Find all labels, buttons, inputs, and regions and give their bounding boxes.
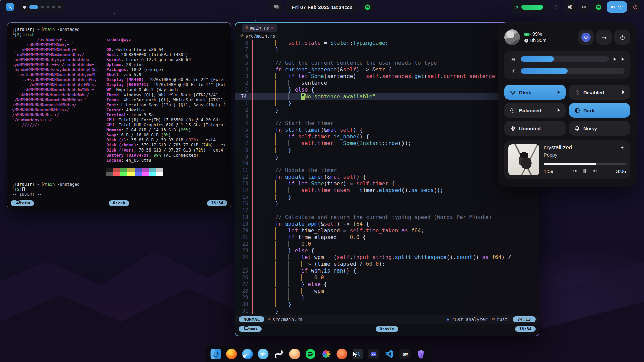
spotify-button[interactable] [592,1,604,13]
eject-tray-button[interactable] [549,1,561,13]
code-area[interactable]: 8 ▏ self.state = State::TypingGame;7 }65… [235,40,539,314]
fetch-info-row: Cursor: Adwaita [106,108,226,113]
palette-swatch [142,168,149,172]
terminal-cursor [22,187,25,191]
code-line: 31 } [235,308,539,314]
toggle-disabled[interactable]: Disabled [569,85,630,100]
fetch-info-row: GPU: Intel UHD Graphics 620 @ 1.15 GHz [… [106,123,226,128]
workspace-dot[interactable] [52,6,55,8]
clock-date[interactable]: Fri 07 Feb 2025 18:34:22 [286,1,358,13]
fetch-info-row: Disk (/): 35.85 GiB / 38.83 GiB (92%) - … [106,138,226,143]
buffer-tabline: ® main.rs × [235,23,539,32]
battery-indicator[interactable] [511,1,547,13]
code-line: 18 // Calculate and return the current t… [235,214,539,221]
code-line: 7 } [235,46,539,53]
buffer-tab[interactable]: ® main.rs × [242,24,277,32]
orange-browser-icon[interactable] [336,348,348,360]
spotify-icon[interactable] [305,348,316,360]
chevron-right-icon[interactable] [621,57,625,61]
code-line: 5 fn start_timer(&mut self) { [235,127,539,133]
terminal-window[interactable]: ┌[srdusr] ~ main -unstaged └[$]fetch -/o… [7,22,231,209]
gentoo-ascii-logo: -/oyddmdhs+:. -odNMMMMMMMMNNmhy+-` -yNMM… [12,37,99,176]
close-icon[interactable]: × [271,25,274,31]
audio-network-group[interactable] [607,1,627,13]
workspace-dot[interactable] [23,6,26,9]
bolt-icon [515,4,519,10]
toggle-dark[interactable]: Dark [569,103,630,118]
workspace-indicator [19,1,65,13]
command-icon: ⌘ [567,4,572,10]
avatar[interactable] [504,29,520,45]
tmux-session-pill[interactable]: tmux [239,326,262,332]
code-line: 14 ▏ ▏ self.time_taken = timer.elapsed()… [235,187,539,194]
tmux-window-pill[interactable]: 0:zsh [109,200,129,206]
previous-track-button[interactable] [572,168,577,174]
firefox-icon[interactable] [226,348,237,360]
chevron-right-icon [622,89,625,95]
fetch-info-row: Swap: 0 B / 16.00 GiB (0%) [106,133,226,138]
git-branch-icon [42,182,45,187]
command-key-button[interactable]: ⌘ [564,1,576,13]
vi-mode-indicator: -- INSERT -- [12,192,226,197]
toggle-unmuted[interactable]: Unmuted [504,121,566,136]
workspace-dot[interactable] [47,6,49,8]
fetch-info-row: WM: Hyprland 0.46.2 (Wayland) [106,87,226,93]
screenshot-button[interactable]: ✂ [578,1,590,13]
code-line: 15 ▏ } [235,194,539,200]
workspace-dot[interactable] [29,5,38,9]
photos-icon[interactable] [321,348,332,360]
s-curve-app-icon[interactable] [273,348,285,360]
git-branch-icon [42,27,45,33]
editor-window[interactable]: ® main.rs × ® src/main.rs 8 ▏ self.state… [235,22,539,336]
power-button[interactable] [629,1,641,13]
brightness-slider[interactable]: ☀ [510,67,625,75]
code-line: 1 ▏ } [235,100,539,107]
toggle-balanced[interactable]: Balanced [504,103,566,118]
fetch-info-row: Terminal: tmux 3.5a [106,113,226,118]
uptime-status: 0h 35m [524,37,546,44]
prompt-line-4[interactable]: └[$] [12,187,226,192]
workspace-dot[interactable] [58,6,61,8]
next-track-button[interactable] [592,168,597,174]
peach-app-icon[interactable] [289,348,301,360]
album-art [508,144,539,175]
fetch-info-row: Locale: en_US.utf8 [106,158,226,163]
rust-icon: ® [241,33,244,38]
workspace-dot[interactable] [41,6,44,8]
speaker-icon[interactable] [620,145,625,151]
notifications-button[interactable] [270,1,282,13]
tmux-session-pill[interactable]: term [11,200,34,206]
dollar-w-app-icon[interactable]: $W [399,348,411,360]
pause-button[interactable] [583,168,587,174]
code-line: 10 [235,160,539,167]
toggle-noisy[interactable]: Noisy [569,121,630,136]
vscode-icon[interactable] [384,348,395,360]
code-line: 26 ▏ ▏ ▏ 0.0 [235,274,539,281]
seek-bar[interactable] [544,163,626,165]
track-artist: Poppy [544,152,626,158]
qbittorrent-icon[interactable]: qb [258,348,269,360]
finder-icon[interactable] [210,348,222,360]
tmux-window-pill[interactable]: 0:nvim [376,326,398,332]
spotify-tray-button[interactable] [362,1,374,13]
contrast-icon [574,107,580,114]
power-button[interactable] [614,30,630,45]
palette-swatch [149,168,156,172]
editor-cursor: " [301,93,305,100]
volume-slider[interactable] [510,55,625,63]
toggle-label: Balanced [519,108,541,113]
tmux-status-bar: term 0:zsh 18:34 [11,199,227,207]
toggle-dlink[interactable]: Dlink [504,85,566,100]
chevron-right-icon[interactable] [613,57,617,61]
palette-swatch [120,172,127,176]
thunderbird-icon[interactable] [242,348,253,360]
discord-icon[interactable] [368,348,379,360]
battery-icon [524,32,531,36]
obsidian-icon[interactable] [415,348,427,360]
toggle-label: Disabled [583,89,604,95]
expand-button[interactable]: → [596,30,612,45]
settings-button[interactable]: ⚙ [578,30,594,45]
fetch-info-row: Packages: 1852 (emerge) [106,67,226,72]
launcher-button[interactable] [4,1,16,13]
window-icon [15,202,18,204]
